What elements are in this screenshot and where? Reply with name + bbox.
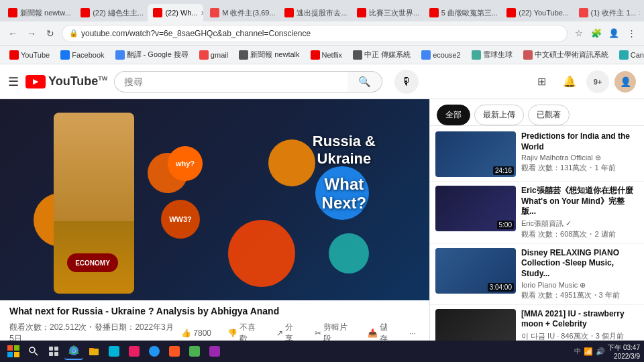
- tray-icon-1: 中: [574, 347, 581, 356]
- dislike-button[interactable]: 👎 不喜歡: [223, 319, 264, 341]
- menu-hamburger-icon[interactable]: ☰: [8, 74, 19, 89]
- app-icon-1: [109, 346, 119, 357]
- profile-icon[interactable]: 👤: [606, 26, 621, 41]
- sidebar-tab-all[interactable]: 全部: [437, 105, 470, 125]
- svg-rect-1: [14, 345, 19, 351]
- app-icon-3: [149, 346, 160, 357]
- search-input[interactable]: [114, 71, 347, 93]
- bookmark-ctee[interactable]: 中正 傳媒系統: [349, 48, 415, 61]
- bookmark-canva[interactable]: Canva: [615, 49, 644, 61]
- taskbar-app6[interactable]: [205, 343, 224, 360]
- bookmark-star-icon[interactable]: ☆: [572, 26, 586, 41]
- address-bar[interactable]: 🔒 youtube.com/watch?v=6e_8saeGHQc&ab_cha…: [62, 25, 568, 42]
- chrome-icon: [68, 345, 79, 356]
- youtube-logo-text: YouTubeTW: [48, 74, 107, 88]
- extension-puzzle-icon[interactable]: 🧩: [589, 26, 604, 41]
- sidebar-thumb-1: 24:16: [435, 131, 516, 177]
- tab-favicon: [8, 8, 17, 17]
- tab-favicon: [429, 8, 439, 17]
- youtube-logo[interactable]: YouTubeTW: [25, 74, 107, 88]
- tab-1[interactable]: 新聞報 newtw... ✕: [3, 4, 74, 21]
- notification-bell-icon[interactable]: 🔔: [558, 70, 581, 93]
- bookmark-label: 新聞報 newtalk: [250, 50, 299, 60]
- back-button[interactable]: ←: [5, 26, 20, 41]
- taskbar-app1[interactable]: [105, 343, 123, 360]
- taskbar-app2[interactable]: [125, 343, 144, 360]
- tab-label: 5 曲徵歐蒐第三...: [441, 8, 498, 18]
- user-avatar[interactable]: 👤: [614, 71, 636, 93]
- bookmark-facebook[interactable]: Facebook: [56, 49, 108, 61]
- sidebar-video-item-1[interactable]: 24:16 Predictions for India and the Worl…: [430, 127, 644, 182]
- video-player[interactable]: why? WW3? ECONOMY Russia &Ukraine WhatNe…: [0, 99, 429, 300]
- more-options-icon[interactable]: ⋮: [624, 26, 639, 41]
- clip-button[interactable]: ✂ 剪輯片段: [311, 319, 356, 341]
- share-button[interactable]: ↗ 分享: [272, 319, 303, 341]
- bookmark-gmail[interactable]: gmail: [195, 49, 232, 61]
- tab-close[interactable]: ✕: [572, 9, 572, 17]
- bookmark-icon: [9, 50, 19, 60]
- tab-7[interactable]: 5 曲徵歐蒐第三... ✕: [424, 4, 500, 21]
- like-button[interactable]: 👍 7800: [177, 326, 215, 341]
- sidebar-tab-latest[interactable]: 最新上傳: [474, 105, 524, 125]
- video-views-date: 觀看次數：202,512次・發播日期：2022年3月5日: [9, 322, 177, 341]
- video-info: What next for Russia - Ukraine ? Analysi…: [0, 300, 429, 341]
- sidebar-video-item-2[interactable]: 5:00 Eric張囍芸《想知道你在想什麼 What's on Your Min…: [430, 182, 644, 244]
- tab-5[interactable]: 逃出提股市去... ✕: [279, 4, 350, 21]
- bookmark-netflix[interactable]: Netflix: [307, 49, 347, 61]
- taskbar-app5[interactable]: [185, 343, 204, 360]
- taskbar-search[interactable]: [24, 343, 43, 360]
- bookmark-xueqiu[interactable]: 雪球生球: [468, 48, 517, 61]
- bookmark-label: Facebook: [72, 51, 104, 59]
- forward-button[interactable]: →: [24, 26, 39, 41]
- start-button[interactable]: [4, 344, 23, 359]
- sidebar-video-item-3[interactable]: 3:04:00 Disney RELAXING PIANO Collection…: [430, 244, 644, 305]
- microphone-button[interactable]: 🎙: [394, 70, 419, 94]
- bookmark-ecouse[interactable]: ecouse2: [417, 49, 465, 61]
- taskbar-chrome[interactable]: [64, 343, 83, 360]
- sidebar-info-2: Eric張囍芸《想知道你在想什麼 What's on Your Mind》完整版…: [521, 186, 639, 239]
- bookmark-label: 翻譯 - Google 搜尋: [127, 50, 189, 60]
- tab-2[interactable]: (22) 繡色生主... ✕: [75, 4, 146, 21]
- bookmark-icon: [619, 50, 629, 60]
- sidebar-thumb-2: 5:00: [435, 186, 516, 231]
- bookmark-google[interactable]: 翻譯 - Google 搜尋: [111, 48, 193, 61]
- bookmark-youtube[interactable]: YouTube: [5, 49, 54, 61]
- thumb-duration-2: 5:00: [497, 221, 514, 229]
- sidebar-tab-watched[interactable]: 已觀著: [528, 105, 570, 125]
- tab-3-active[interactable]: (22) Wh... ✕: [148, 4, 203, 21]
- tab-6[interactable]: 比賽三次世界... ✕: [352, 4, 423, 21]
- taskbar-task-view[interactable]: [44, 343, 63, 360]
- bookmark-cnki[interactable]: 中文碩士學術資訊系統: [519, 48, 612, 61]
- system-tray-icons: 中 📶 🔊: [574, 347, 605, 356]
- header-right-actions: ⊞ 🔔 9+ 👤: [530, 70, 636, 93]
- bookmark-newtalk[interactable]: 新聞報 newtalk: [235, 48, 303, 61]
- taskbar-app3[interactable]: [145, 343, 164, 360]
- sidebar-video-item-4[interactable]: 7:13 [MMA 2021] IU - strawberry moon + C…: [430, 305, 644, 341]
- taskbar-app4[interactable]: [165, 343, 184, 360]
- save-button[interactable]: 📥 儲存: [364, 319, 397, 341]
- tab-close[interactable]: ✕: [639, 9, 640, 17]
- tab-close[interactable]: ✕: [201, 9, 203, 17]
- sidebar-title-3: Disney RELAXING PIANO Collection -Sleep …: [521, 248, 639, 280]
- taskbar-explorer[interactable]: [85, 343, 103, 360]
- tab-label: (22) YouTube...: [519, 9, 569, 17]
- save-label: 儲存: [380, 322, 393, 341]
- ssl-lock-icon: 🔒: [69, 29, 78, 38]
- refresh-button[interactable]: ↻: [43, 26, 58, 41]
- tab-8[interactable]: (22) YouTube... ✕: [501, 4, 572, 21]
- more-actions-button[interactable]: ···: [405, 326, 420, 341]
- clock-time: 下午 03:47: [608, 343, 640, 353]
- app-icon-4: [169, 346, 180, 357]
- share-label: 分享: [285, 322, 299, 341]
- search-icon: [28, 346, 39, 357]
- tab-4[interactable]: M 收件主(3,69... ✕: [205, 4, 278, 21]
- russia-ukraine-text: Russia &Ukraine: [313, 133, 376, 168]
- search-button[interactable]: 🔍: [347, 71, 382, 93]
- notification-badge: 9+: [586, 70, 609, 93]
- grid-apps-icon[interactable]: ⊞: [530, 70, 553, 93]
- youtube-page: ☰ YouTubeTW 🔍 🎙 ⊞ 🔔 9+ 👤: [0, 64, 644, 341]
- decorative-blob-6: [329, 233, 369, 274]
- tab-9[interactable]: (1) 收件主 1... ✕: [574, 4, 640, 21]
- bookmark-label: 中文碩士學術資訊系統: [535, 50, 608, 60]
- sidebar-meta-1: 觀看 次數：131萬次・1 年前: [521, 163, 639, 173]
